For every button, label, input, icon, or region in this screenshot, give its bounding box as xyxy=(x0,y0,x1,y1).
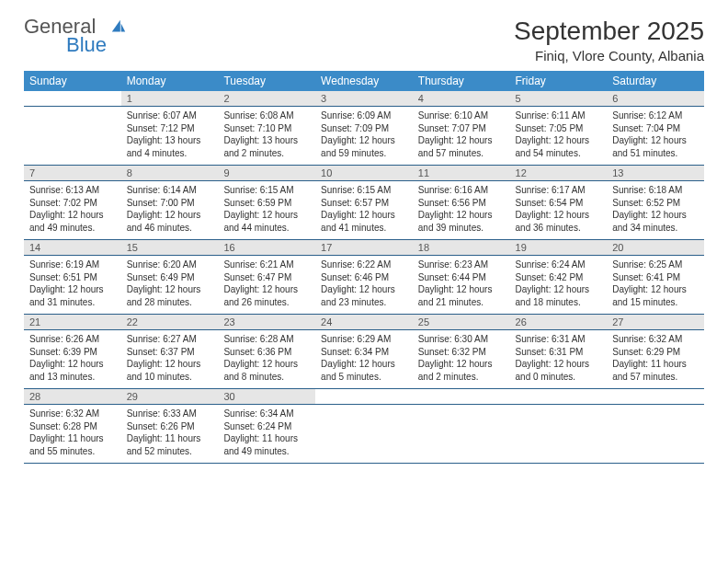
day-number-row: 282930 xyxy=(24,389,704,405)
sunset-line: Sunset: 6:59 PM xyxy=(223,197,310,210)
title-block: September 2025 Finiq, Vlore County, Alba… xyxy=(514,17,704,63)
sunrise-line: Sunrise: 6:15 AM xyxy=(321,184,407,197)
sunset-line: Sunset: 7:00 PM xyxy=(127,197,213,210)
day-data-cell: Sunrise: 6:18 AMSunset: 6:52 PMDaylight:… xyxy=(607,181,704,240)
day-data-row: Sunrise: 6:13 AMSunset: 7:02 PMDaylight:… xyxy=(24,181,704,240)
sunset-line: Sunset: 6:57 PM xyxy=(321,197,407,210)
sunset-line: Sunset: 7:04 PM xyxy=(612,122,699,135)
day-data-cell: Sunrise: 6:27 AMSunset: 6:37 PMDaylight:… xyxy=(121,330,219,389)
brand-text: General Blue xyxy=(24,17,107,55)
sunrise-line: Sunrise: 6:20 AM xyxy=(127,259,213,271)
weekday-header: Monday xyxy=(121,71,219,91)
sunrise-line: Sunrise: 6:11 AM xyxy=(516,109,602,122)
day-data-cell xyxy=(315,405,413,464)
day-data-cell: Sunrise: 6:22 AMSunset: 6:46 PMDaylight:… xyxy=(315,256,413,315)
daylight-line: Daylight: 12 hours and 31 minutes. xyxy=(29,283,116,308)
day-number-cell: 20 xyxy=(607,240,704,256)
day-number-cell: 21 xyxy=(24,315,121,330)
sunrise-line: Sunrise: 6:34 AM xyxy=(223,408,310,420)
day-number-cell: 3 xyxy=(315,91,413,107)
sunset-line: Sunset: 6:52 PM xyxy=(612,197,699,210)
day-number-row: 123456 xyxy=(24,91,704,107)
sunrise-line: Sunrise: 6:27 AM xyxy=(127,333,213,346)
weekday-header: Tuesday xyxy=(218,71,315,91)
sunset-line: Sunset: 6:56 PM xyxy=(418,197,505,210)
sunrise-line: Sunrise: 6:29 AM xyxy=(321,333,407,346)
day-data-cell: Sunrise: 6:15 AMSunset: 6:57 PMDaylight:… xyxy=(315,181,413,240)
sunset-line: Sunset: 6:54 PM xyxy=(516,197,602,210)
sunrise-line: Sunrise: 6:08 AM xyxy=(223,109,310,122)
day-number-cell: 23 xyxy=(218,315,315,330)
sunrise-line: Sunrise: 6:26 AM xyxy=(29,333,116,346)
header: General Blue September 2025 Finiq, Vlore… xyxy=(24,17,704,63)
day-data-cell: Sunrise: 6:15 AMSunset: 6:59 PMDaylight:… xyxy=(218,181,315,240)
sunrise-line: Sunrise: 6:12 AM xyxy=(612,109,699,122)
sunrise-line: Sunrise: 6:15 AM xyxy=(223,184,310,197)
day-data-cell: Sunrise: 6:24 AMSunset: 6:42 PMDaylight:… xyxy=(510,256,608,315)
day-number-cell: 17 xyxy=(315,240,413,256)
day-number-cell: 30 xyxy=(218,389,315,405)
day-data-row: Sunrise: 6:07 AMSunset: 7:12 PMDaylight:… xyxy=(24,107,704,166)
sunrise-line: Sunrise: 6:24 AM xyxy=(516,259,602,271)
sunrise-line: Sunrise: 6:10 AM xyxy=(418,109,505,122)
sunset-line: Sunset: 6:46 PM xyxy=(321,271,407,284)
day-data-cell: Sunrise: 6:32 AMSunset: 6:28 PMDaylight:… xyxy=(24,405,121,464)
daylight-line: Daylight: 12 hours and 26 minutes. xyxy=(223,283,310,308)
day-number-cell: 25 xyxy=(413,315,510,330)
day-data-cell: Sunrise: 6:09 AMSunset: 7:09 PMDaylight:… xyxy=(315,107,413,166)
day-data-row: Sunrise: 6:19 AMSunset: 6:51 PMDaylight:… xyxy=(24,256,704,315)
daylight-line: Daylight: 12 hours and 0 minutes. xyxy=(516,358,602,383)
day-number-cell xyxy=(510,389,608,405)
sunrise-line: Sunrise: 6:21 AM xyxy=(223,259,310,271)
weekday-header: Saturday xyxy=(607,71,704,91)
sunrise-line: Sunrise: 6:31 AM xyxy=(516,333,602,346)
day-data-cell: Sunrise: 6:12 AMSunset: 7:04 PMDaylight:… xyxy=(607,107,704,166)
daylight-line: Daylight: 12 hours and 41 minutes. xyxy=(321,209,407,234)
day-number-cell: 6 xyxy=(607,91,704,107)
sunrise-line: Sunrise: 6:23 AM xyxy=(418,259,505,271)
day-number-cell: 4 xyxy=(413,91,510,107)
daylight-line: Daylight: 12 hours and 51 minutes. xyxy=(612,134,699,159)
day-data-cell: Sunrise: 6:23 AMSunset: 6:44 PMDaylight:… xyxy=(413,256,510,315)
sunrise-line: Sunrise: 6:18 AM xyxy=(612,184,699,197)
day-data-cell: Sunrise: 6:28 AMSunset: 6:36 PMDaylight:… xyxy=(218,330,315,389)
day-data-cell: Sunrise: 6:19 AMSunset: 6:51 PMDaylight:… xyxy=(24,256,121,315)
day-number-cell: 2 xyxy=(218,91,315,107)
location-text: Finiq, Vlore County, Albania xyxy=(514,48,704,63)
sunrise-line: Sunrise: 6:09 AM xyxy=(321,109,407,122)
day-number-row: 21222324252627 xyxy=(24,315,704,330)
day-number-row: 78910111213 xyxy=(24,166,704,181)
sunset-line: Sunset: 7:05 PM xyxy=(516,122,602,135)
day-data-cell: Sunrise: 6:07 AMSunset: 7:12 PMDaylight:… xyxy=(121,107,219,166)
daylight-line: Daylight: 11 hours and 52 minutes. xyxy=(127,432,213,457)
weekday-header: Friday xyxy=(510,71,608,91)
day-data-cell: Sunrise: 6:10 AMSunset: 7:07 PMDaylight:… xyxy=(413,107,510,166)
day-number-cell: 9 xyxy=(218,166,315,181)
day-data-cell: Sunrise: 6:21 AMSunset: 6:47 PMDaylight:… xyxy=(218,256,315,315)
daylight-line: Daylight: 12 hours and 2 minutes. xyxy=(418,358,505,383)
day-number-cell: 27 xyxy=(607,315,704,330)
sunrise-line: Sunrise: 6:17 AM xyxy=(516,184,602,197)
day-data-cell: Sunrise: 6:31 AMSunset: 6:31 PMDaylight:… xyxy=(510,330,608,389)
sunset-line: Sunset: 6:24 PM xyxy=(223,420,310,433)
sunset-line: Sunset: 6:44 PM xyxy=(418,271,505,284)
day-number-cell: 10 xyxy=(315,166,413,181)
sunrise-line: Sunrise: 6:25 AM xyxy=(612,259,699,271)
day-data-cell: Sunrise: 6:25 AMSunset: 6:41 PMDaylight:… xyxy=(607,256,704,315)
daylight-line: Daylight: 11 hours and 55 minutes. xyxy=(29,432,116,457)
day-number-cell xyxy=(413,389,510,405)
daylight-line: Daylight: 12 hours and 59 minutes. xyxy=(321,134,407,159)
sunset-line: Sunset: 6:49 PM xyxy=(127,271,213,284)
sunrise-line: Sunrise: 6:22 AM xyxy=(321,259,407,271)
day-data-cell: Sunrise: 6:34 AMSunset: 6:24 PMDaylight:… xyxy=(218,405,315,464)
daylight-line: Daylight: 12 hours and 18 minutes. xyxy=(516,283,602,308)
sunrise-line: Sunrise: 6:14 AM xyxy=(127,184,213,197)
day-data-cell xyxy=(607,405,704,464)
sunset-line: Sunset: 7:07 PM xyxy=(418,122,505,135)
daylight-line: Daylight: 12 hours and 39 minutes. xyxy=(418,209,505,234)
day-data-cell: Sunrise: 6:30 AMSunset: 6:32 PMDaylight:… xyxy=(413,330,510,389)
daylight-line: Daylight: 11 hours and 57 minutes. xyxy=(612,358,699,383)
sunset-line: Sunset: 6:39 PM xyxy=(29,346,116,359)
sunset-line: Sunset: 6:41 PM xyxy=(612,271,699,284)
daylight-line: Daylight: 12 hours and 44 minutes. xyxy=(223,209,310,234)
